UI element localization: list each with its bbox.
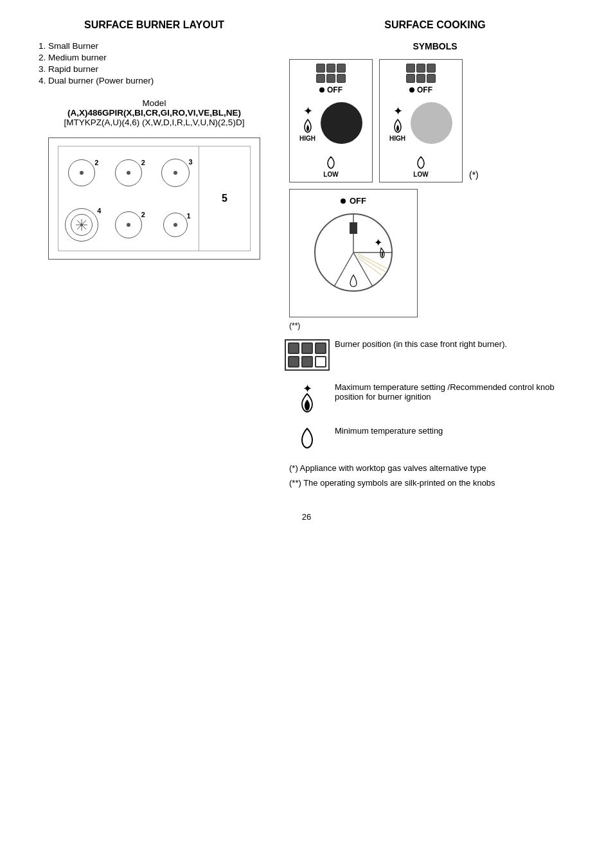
high-text-1: HIGH xyxy=(299,135,315,142)
asterisk2-label: (**) xyxy=(289,321,581,330)
burner-cell-3: 3 xyxy=(152,146,199,199)
left-title: SURFACE BURNER LAYOUT xyxy=(32,19,276,31)
side-cell: 5 xyxy=(199,146,250,251)
off-text: OFF xyxy=(327,85,342,94)
star-icon-2: ✦ xyxy=(391,104,405,118)
big-knob-light xyxy=(411,102,452,144)
off-dot-3 xyxy=(341,199,346,204)
right-title: SURFACE COOKING xyxy=(289,19,581,31)
note2: (**) The operating symbols are silk-prin… xyxy=(289,478,581,488)
skc xyxy=(288,356,299,368)
model-label: Model xyxy=(32,98,276,108)
legend-max-temp: ✦ Maximum temperature setting /Recommend… xyxy=(289,382,581,414)
legend-burner-pos: Burner position (in this case front righ… xyxy=(289,339,581,371)
kc xyxy=(337,74,346,83)
list-item: 2. Medium burner xyxy=(39,53,276,62)
burner-circle-medium: 2 xyxy=(68,159,95,186)
svg-text:✦: ✦ xyxy=(374,237,382,248)
min-temp-icon xyxy=(289,426,324,452)
symbols-title: SYMBOLS xyxy=(289,41,581,51)
high-symbol: ✦ HIGH xyxy=(299,104,315,142)
model-section: Model (A,X)486GPIR(X,BI,CR,GI,RO,VI,VE,B… xyxy=(32,98,276,127)
svg-point-4 xyxy=(80,224,83,226)
kc2 xyxy=(416,74,425,83)
burner-cell-2: 2 xyxy=(105,146,152,199)
list-item: 4. Dual burner (Power burner) xyxy=(39,76,276,85)
skc xyxy=(301,342,313,354)
off-text-3: OFF xyxy=(350,196,366,206)
burner-dot xyxy=(80,171,84,175)
svg-rect-12 xyxy=(350,222,357,234)
burner-inner xyxy=(71,214,93,236)
off-label-2: OFF xyxy=(409,85,432,94)
max-temp-icon: ✦ xyxy=(289,382,324,414)
burner-number2: 2 xyxy=(141,159,145,166)
burner-circle-small: 1 xyxy=(163,213,188,237)
flame-icon-1 xyxy=(301,118,315,135)
burner-grid xyxy=(285,339,330,371)
max-temp-svg: ✦ xyxy=(294,382,320,414)
page-number: 26 xyxy=(32,512,581,522)
high-symbol-2: ✦ HIGH xyxy=(389,104,405,142)
burner-cell-4: 4 xyxy=(58,199,105,251)
burner-circle-rapid: 3 xyxy=(161,159,190,187)
burner-number6: 1 xyxy=(187,212,191,220)
burner-number: 2 xyxy=(94,159,98,166)
high-row-2: ✦ HIGH xyxy=(389,98,452,148)
asterisk1: (*) xyxy=(469,170,479,182)
kc xyxy=(326,64,335,73)
symbols-row-1: OFF ✦ xyxy=(289,59,581,182)
burner-pos-text: Burner position (in this case front righ… xyxy=(335,339,581,349)
knob-grid-1 xyxy=(316,64,346,83)
kc2 xyxy=(427,64,436,73)
burner-cell-5: 2 xyxy=(105,199,152,251)
symbol-box-2-content: OFF ✦ HIGH xyxy=(384,64,458,178)
flame-icon-2 xyxy=(391,118,405,135)
list-item: 1. Small Burner xyxy=(39,41,276,51)
off-label-1: OFF xyxy=(319,85,342,94)
low-symbol-1: LOW xyxy=(323,154,338,178)
off-dot xyxy=(319,87,324,93)
svg-text:✦: ✦ xyxy=(303,105,312,118)
burner-dot6 xyxy=(173,223,177,227)
skc xyxy=(288,342,299,354)
symbol-box-1: OFF ✦ xyxy=(289,59,373,182)
off-dot-2 xyxy=(409,87,414,93)
knob-dial-svg: ✦ xyxy=(312,211,395,294)
min-temp-svg xyxy=(294,426,320,452)
off-row-3: OFF xyxy=(341,196,366,206)
burner-number3: 3 xyxy=(189,158,193,166)
model-bracket: [MTYKPZ(A,U)(4,6) (X,W,D,I,R,L,V,U,N)(2,… xyxy=(32,118,276,127)
kc xyxy=(316,74,325,83)
flame-icon-low-2 xyxy=(414,154,428,171)
skc-active xyxy=(315,356,326,368)
burner-cell-1: 2 xyxy=(58,146,105,199)
kc2 xyxy=(406,74,415,83)
burner-pos-icon xyxy=(289,339,324,371)
burner-number5: 2 xyxy=(141,211,145,218)
knob-grid-2 xyxy=(406,64,436,83)
burner-outer xyxy=(65,208,98,242)
burner-number4: 4 xyxy=(97,207,101,215)
max-temp-text: Maximum temperature setting /Recommended… xyxy=(335,382,581,402)
svg-text:✦: ✦ xyxy=(393,105,402,118)
burner-circle-medium3: 2 xyxy=(115,211,142,238)
note1: (*) Appliance with worktop gas valves al… xyxy=(289,463,581,473)
burner-dot3 xyxy=(173,171,177,175)
off-text-2: OFF xyxy=(417,85,432,94)
skc xyxy=(315,342,326,354)
kc2 xyxy=(406,64,415,73)
list-item: 3. Rapid burner xyxy=(39,64,276,74)
flame-icon-low-1 xyxy=(324,154,338,171)
symbol-box-1-content: OFF ✦ xyxy=(294,64,368,178)
model-code: (A,X)486GPIR(X,BI,CR,GI,RO,VI,VE,BL,NE) xyxy=(32,108,276,118)
legend-min-temp: Minimum temperature setting xyxy=(289,426,581,452)
kc2 xyxy=(427,74,436,83)
symbol-box-2: OFF ✦ HIGH xyxy=(379,59,463,182)
symbol-section-2: OFF ✦ xyxy=(289,189,581,339)
burner-circle-medium2: 2 xyxy=(115,159,142,186)
kc xyxy=(316,64,325,73)
high-row: ✦ HIGH xyxy=(299,98,362,148)
burner-dual: 4 xyxy=(65,208,98,242)
kc xyxy=(326,74,335,83)
